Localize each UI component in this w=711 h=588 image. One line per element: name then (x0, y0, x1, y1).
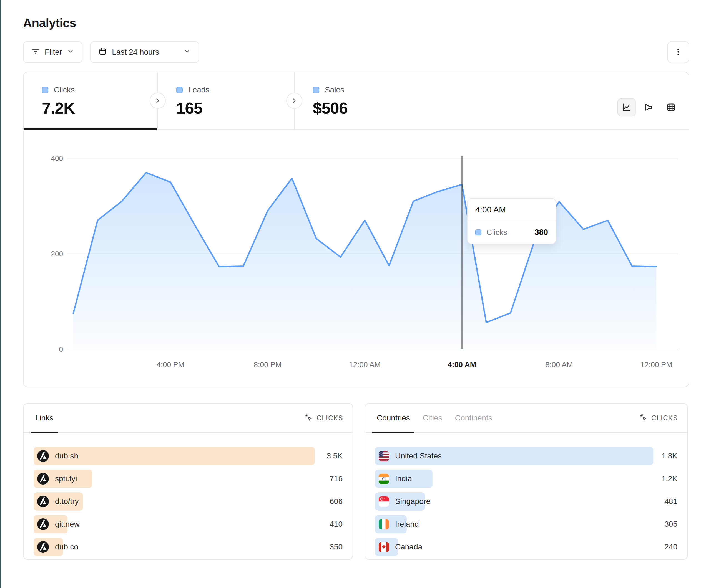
tab-countries[interactable]: Countries (372, 404, 414, 432)
tab-sales[interactable]: Sales $506 (295, 72, 689, 129)
link-row[interactable]: d.to/try 606 (34, 492, 343, 511)
cursor-click-icon (640, 414, 648, 422)
country-clicks-value: 305 (664, 520, 677, 529)
link-clicks-value: 3.5K (326, 452, 343, 460)
chevron-down-icon (67, 48, 74, 57)
dub-logo-icon (37, 450, 49, 462)
link-clicks-value: 606 (329, 497, 343, 506)
tooltip-time: 4:00 AM (468, 199, 556, 221)
metric-value: 165 (176, 99, 294, 117)
link-label: git.new (55, 520, 80, 529)
svg-text:12:00 AM: 12:00 AM (349, 361, 381, 369)
metric-label: Clicks (54, 86, 75, 94)
filter-icon (31, 47, 40, 58)
countries-panel-header: Countries Cities Continents CLICKS (365, 404, 687, 433)
link-clicks-value: 410 (329, 520, 343, 529)
country-row[interactable]: United States 1.8K (375, 447, 677, 465)
country-label: Canada (395, 543, 422, 551)
chart-view-toggle (618, 86, 689, 129)
link-clicks-value: 716 (329, 474, 343, 483)
country-clicks-value: 1.2K (661, 474, 677, 483)
links-panel: Links CLICKS dub.sh 3.5K (23, 403, 353, 560)
tooltip-legend-square-icon (475, 229, 481, 235)
svg-text:12:00 PM: 12:00 PM (640, 361, 672, 369)
country-clicks-value: 240 (664, 543, 677, 551)
filter-button[interactable]: Filter (23, 41, 83, 63)
kebab-menu-icon (674, 47, 683, 57)
funnel-view-button[interactable] (640, 98, 658, 116)
breakdown-panels: Links CLICKS dub.sh 3.5K (23, 403, 689, 560)
country-label: United States (395, 452, 442, 460)
analytics-page: Analytics Filter Last 24 hours (1, 0, 711, 560)
clicks-legend-square-icon (42, 87, 48, 93)
links-metric-selector[interactable]: CLICKS (305, 404, 343, 432)
svg-text:200: 200 (51, 250, 63, 258)
link-label: dub.sh (55, 452, 78, 460)
country-label: Ireland (395, 520, 419, 529)
flag-ie-icon (379, 519, 389, 529)
svg-text:400: 400 (51, 154, 63, 162)
link-label: d.to/try (55, 497, 79, 506)
clicks-area-chart[interactable]: 02004004:00 PM8:00 PM12:00 AM4:00 AM8:00… (24, 130, 689, 387)
dub-logo-icon (37, 541, 49, 553)
tab-leads[interactable]: Leads 165 (158, 72, 294, 129)
date-range-button[interactable]: Last 24 hours (90, 41, 199, 63)
links-list: dub.sh 3.5K spti.fyi 716 d.t (24, 433, 352, 556)
dub-logo-icon (37, 518, 49, 530)
metric-tabs: Clicks 7.2K Leads 165 (24, 72, 689, 130)
chevron-right-icon (291, 97, 298, 104)
chart-canvas[interactable]: 02004004:00 PM8:00 PM12:00 AM4:00 AM8:00… (24, 130, 689, 387)
country-label: India (395, 474, 412, 483)
countries-panel: Countries Cities Continents CLICKS (365, 403, 688, 560)
cursor-click-icon (305, 414, 313, 422)
table-grid-icon (666, 103, 676, 112)
analytics-card: Clicks 7.2K Leads 165 (23, 72, 689, 387)
metric-value: 7.2K (42, 99, 157, 117)
country-label: Singapore (395, 497, 431, 506)
link-row[interactable]: spti.fyi 716 (34, 470, 343, 488)
link-row[interactable]: dub.co 350 (34, 538, 343, 556)
country-row[interactable]: Singapore 481 (375, 492, 677, 511)
countries-metric-label: CLICKS (651, 414, 678, 422)
tab-clicks[interactable]: Clicks 7.2K (24, 72, 157, 129)
countries-metric-selector[interactable]: CLICKS (640, 404, 678, 432)
funnel-icon (644, 103, 654, 112)
flag-in-icon (379, 474, 389, 484)
svg-text:0: 0 (59, 345, 63, 353)
dub-logo-icon (37, 496, 49, 507)
expand-metric-button[interactable] (286, 93, 302, 109)
sales-legend-square-icon (313, 87, 319, 93)
links-metric-label: CLICKS (317, 414, 343, 422)
dub-logo-icon (37, 473, 49, 484)
chart-tooltip: 4:00 AM Clicks 380 (467, 198, 556, 244)
country-row[interactable]: Ireland 305 (375, 515, 677, 533)
toolbar: Filter Last 24 hours (23, 41, 689, 63)
chevron-right-icon (154, 97, 161, 104)
filter-button-label: Filter (45, 48, 62, 56)
chevron-down-icon (184, 48, 191, 57)
tooltip-value: 380 (535, 228, 548, 237)
line-chart-icon (622, 103, 631, 112)
leads-legend-square-icon (176, 87, 183, 93)
link-label: dub.co (55, 543, 78, 551)
country-clicks-value: 1.8K (661, 452, 677, 460)
flag-ca-icon (379, 542, 389, 552)
link-row[interactable]: dub.sh 3.5K (34, 447, 343, 465)
svg-text:8:00 AM: 8:00 AM (545, 361, 573, 369)
date-range-label: Last 24 hours (112, 48, 159, 56)
line-chart-view-button[interactable] (618, 98, 636, 116)
more-options-button[interactable] (667, 41, 689, 63)
tab-cities[interactable]: Cities (418, 404, 447, 432)
tab-continents[interactable]: Continents (451, 404, 497, 432)
svg-text:4:00 PM: 4:00 PM (156, 361, 185, 369)
country-row[interactable]: India 1.2K (375, 470, 677, 488)
calendar-icon (99, 47, 107, 58)
link-row[interactable]: git.new 410 (34, 515, 343, 533)
metric-label: Sales (325, 86, 344, 94)
tab-links[interactable]: Links (31, 404, 58, 432)
expand-metric-button[interactable] (150, 93, 166, 109)
page-title: Analytics (23, 16, 689, 30)
table-view-button[interactable] (662, 98, 680, 116)
country-row[interactable]: Canada 240 (375, 538, 677, 556)
tooltip-series-label: Clicks (487, 228, 507, 237)
